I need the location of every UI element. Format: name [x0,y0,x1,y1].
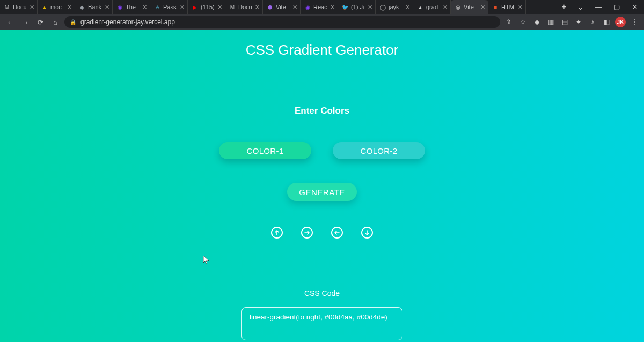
url-text: gradient-generator-jay.vercel.app [80,18,175,26]
enter-colors-label: Enter Colors [295,106,349,116]
window-close-button[interactable]: ✕ [626,0,644,14]
browser-tab[interactable]: ⚛Pass✕ [150,0,188,14]
window-controls: ⌄ — ▢ ✕ [571,0,644,14]
browser-tab[interactable]: ▲grad✕ [413,0,451,14]
tab-close-button[interactable]: ✕ [404,4,411,10]
direction-up-button[interactable] [271,227,283,239]
tab-label: Vite [464,4,477,10]
tab-label: moc [50,4,64,10]
nav-back-button[interactable]: ← [4,16,16,28]
chrome-menu-button[interactable]: ⋮ [629,17,640,27]
profile-avatar[interactable]: JK [615,17,626,27]
nav-home-button[interactable]: ⌂ [49,16,61,28]
tab-favicon: ▲ [416,3,424,11]
tab-label: Bank [88,4,101,10]
nav-reload-button[interactable]: ⟳ [34,16,46,28]
tab-label: Vite [276,4,289,10]
app-root: CSS Gradient Generator Enter Colors COLO… [0,30,644,342]
tab-label: (115) [201,4,214,10]
arrow-right-icon [304,229,310,236]
tab-close-button[interactable]: ✕ [367,4,373,10]
tab-overflow-button[interactable]: ⌄ [571,0,589,14]
direction-right-button[interactable] [301,227,313,239]
browser-tab[interactable]: ◯jayk✕ [376,0,413,14]
css-code-text: linear-gradient(to right, #00d4aa, #00d4… [250,313,387,321]
browser-tab[interactable]: ◎Vite✕ [451,0,488,14]
direction-row [271,227,373,239]
extensions-menu-icon[interactable]: ✦ [573,17,584,27]
controls-panel: Enter Colors COLOR-1 COLOR-2 GENERATE CS… [0,58,644,340]
color-1-button[interactable]: COLOR-1 [219,142,311,159]
tab-favicon: ⬢ [266,3,274,11]
address-bar[interactable]: 🔒 gradient-generator-jay.vercel.app [64,16,500,28]
window-titlebar: MDocu✕▲moc✕◆Bank✕◉The✕⚛Pass✕▶(115)✕MDocu… [0,0,644,14]
browser-tab[interactable]: ▶(115)✕ [188,0,225,14]
tab-favicon: ▲ [41,3,48,11]
tab-label: The [126,4,139,10]
tab-close-button[interactable]: ✕ [254,4,260,10]
tab-close-button[interactable]: ✕ [442,4,448,10]
tab-strip: MDocu✕▲moc✕◆Bank✕◉The✕⚛Pass✕▶(115)✕MDocu… [0,0,557,14]
tab-close-button[interactable]: ✕ [517,4,523,10]
direction-left-button[interactable] [331,227,343,239]
css-code-label: CSS Code [304,289,340,298]
color-picker-row: COLOR-1 COLOR-2 [219,142,425,159]
extension-icon[interactable]: ◆ [531,17,542,27]
page-title: CSS Gradient Generator [0,30,644,58]
tab-close-button[interactable]: ✕ [104,4,110,10]
tab-favicon: ◎ [454,3,462,11]
bookmark-button[interactable]: ☆ [517,17,528,27]
window-maximize-button[interactable]: ▢ [608,0,626,14]
tab-favicon: ▶ [191,3,199,11]
tab-close-button[interactable]: ✕ [179,4,185,10]
tab-label: grad [426,4,440,10]
nav-forward-button[interactable]: → [19,16,31,28]
browser-tab[interactable]: ◆Bank✕ [75,0,113,14]
browser-tab[interactable]: ◉The✕ [113,0,150,14]
generate-button[interactable]: GENERATE [287,183,356,201]
extension-icon[interactable]: ▤ [559,17,570,27]
tab-favicon: ◉ [116,3,123,11]
window-minimize-button[interactable]: — [589,0,608,14]
browser-toolbar: ← → ⟳ ⌂ 🔒 gradient-generator-jay.vercel.… [0,14,644,30]
browser-tab[interactable]: ◉Reac✕ [301,0,338,14]
tab-favicon: M [229,3,236,11]
css-code-output[interactable]: linear-gradient(to right, #00d4aa, #00d4… [241,307,402,340]
tab-close-button[interactable]: ✕ [66,4,72,10]
side-panel-button[interactable]: ◧ [601,17,612,27]
tab-close-button[interactable]: ✕ [329,4,335,10]
tab-favicon: ⚛ [153,3,161,11]
toolbar-right: ⇪ ☆ ◆ ▥ ▤ ✦ ♪ ◧ JK ⋮ [503,17,640,27]
tab-label: Pass [163,4,177,10]
tab-favicon: ◆ [78,3,86,11]
browser-tab[interactable]: ⬢Vite✕ [263,0,301,14]
tab-close-button[interactable]: ✕ [291,4,298,10]
tab-favicon: ■ [492,3,499,11]
browser-tab[interactable]: ■HTM✕ [488,0,526,14]
tab-label: jayk [389,4,402,10]
browser-tab[interactable]: MDocu✕ [0,0,38,14]
share-button[interactable]: ⇪ [503,17,514,27]
tab-favicon: ◯ [379,3,386,11]
extension-icon[interactable]: ▥ [545,17,556,27]
tab-favicon: ◉ [304,3,311,11]
browser-tab[interactable]: MDocu✕ [225,0,263,14]
tab-favicon: M [3,3,11,11]
arrow-left-icon [334,229,340,236]
tab-close-button[interactable]: ✕ [479,4,486,10]
tab-label: (1) Ja [351,4,364,10]
extension-icon[interactable]: ♪ [587,17,598,27]
tab-label: HTM [501,4,515,10]
direction-down-button[interactable] [361,227,373,239]
tab-close-button[interactable]: ✕ [141,4,148,10]
browser-tab[interactable]: 🐦(1) Ja✕ [338,0,376,14]
arrow-up-icon [274,229,280,236]
browser-tab[interactable]: ▲moc✕ [38,0,75,14]
tab-favicon: 🐦 [341,3,349,11]
tab-close-button[interactable]: ✕ [216,4,223,10]
color-2-button[interactable]: COLOR-2 [333,142,425,159]
tab-label: Reac [313,4,327,10]
new-tab-button[interactable]: + [557,0,571,14]
lock-icon: 🔒 [70,19,76,25]
tab-close-button[interactable]: ✕ [28,4,35,10]
